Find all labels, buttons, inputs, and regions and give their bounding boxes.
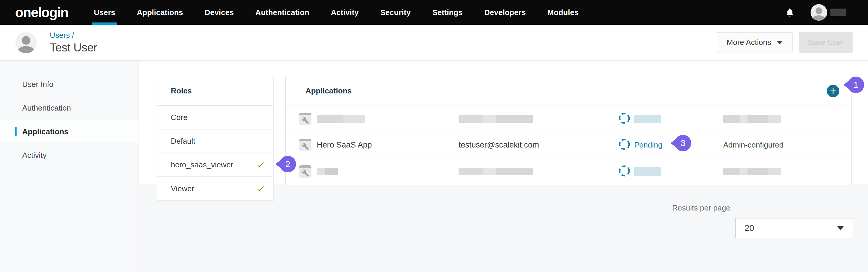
spinner-icon — [618, 112, 630, 125]
breadcrumb[interactable]: Users / — [50, 31, 97, 40]
save-user-button[interactable]: Save User — [799, 32, 852, 53]
role-row-hero-saas-viewer[interactable]: hero_saas_viewer — [157, 153, 273, 177]
nav-item-authentication[interactable]: Authentication — [255, 0, 309, 25]
user-tabs-sidebar: User Info Authentication Applications Ac… — [0, 61, 139, 272]
chevron-down-icon — [777, 41, 783, 44]
check-icon — [256, 160, 265, 169]
application-row-loading — [286, 158, 851, 185]
add-application-button[interactable]: + — [827, 85, 839, 97]
applications-panel: Applications + — [285, 76, 852, 185]
status-pending-link[interactable]: Pending — [634, 140, 662, 149]
provisioning-skeleton — [723, 168, 781, 175]
application-row-loading — [286, 106, 851, 132]
nav-item-settings[interactable]: Settings — [432, 0, 463, 25]
main-content: Roles Core Default hero_saas_viewer View… — [139, 61, 868, 272]
more-actions-button[interactable]: More Actions — [717, 32, 793, 53]
page-body: User Info Authentication Applications Ac… — [0, 61, 868, 272]
provisioning-skeleton — [723, 115, 781, 123]
results-per-page-select[interactable]: 20 — [735, 218, 853, 238]
nav-item-activity[interactable]: Activity — [331, 0, 359, 25]
notifications-bell-icon[interactable] — [785, 7, 795, 19]
nav-item-modules[interactable]: Modules — [547, 0, 579, 25]
login-skeleton — [459, 168, 533, 175]
more-actions-label: More Actions — [726, 38, 771, 47]
user-page-header: Users / Test User More Actions Save User — [0, 25, 868, 61]
roles-panel: Roles Core Default hero_saas_viewer View… — [157, 76, 274, 201]
sidebar-item-applications[interactable]: Applications — [0, 120, 138, 143]
account-name-placeholder[interactable] — [830, 8, 846, 16]
top-navigation-bar: onelogin Users Applications Devices Auth… — [0, 0, 868, 25]
wrench-app-icon — [299, 165, 311, 178]
applications-title: Applications — [306, 86, 352, 96]
app-name: Hero SaaS App — [317, 140, 372, 149]
wrench-app-icon — [299, 113, 311, 125]
role-name: Core — [171, 113, 187, 122]
active-tab-indicator — [15, 127, 17, 136]
sidebar-item-activity[interactable]: Activity — [0, 143, 138, 167]
app-name-skeleton — [317, 115, 365, 123]
roles-panel-header: Roles — [157, 76, 273, 106]
nav-item-security[interactable]: Security — [380, 0, 411, 25]
spinner-icon — [618, 138, 630, 151]
app-name-skeleton — [317, 168, 338, 175]
nav-item-applications[interactable]: Applications — [137, 0, 183, 25]
applications-panel-header: Applications + — [286, 76, 851, 106]
caret-down-icon — [837, 226, 844, 230]
header-text-block: Users / Test User — [50, 31, 97, 54]
user-avatar-icon — [16, 32, 37, 53]
status-skeleton — [634, 167, 661, 176]
roles-title: Roles — [171, 86, 192, 96]
spinner-icon — [618, 165, 630, 178]
results-per-page-value: 20 — [745, 223, 754, 233]
application-row-hero-saas-app[interactable]: Hero SaaS App testuser@scalekit.com Pend… — [286, 132, 851, 158]
app-login: testuser@scalekit.com — [459, 140, 539, 149]
sidebar-item-user-info[interactable]: User Info — [0, 72, 138, 96]
callout-badge-3: 3 — [675, 135, 691, 151]
role-row-viewer[interactable]: Viewer — [157, 177, 273, 200]
check-icon — [256, 184, 265, 193]
results-per-page-label: Results per page — [672, 203, 730, 212]
provisioning-state: Admin-configured — [723, 140, 784, 149]
role-name: Default — [171, 137, 195, 146]
sidebar-item-label: Applications — [22, 127, 68, 136]
user-avatar-icon — [811, 4, 827, 21]
login-skeleton — [459, 115, 533, 123]
nav-item-users[interactable]: Users — [94, 0, 115, 25]
user-profile-avatar — [16, 32, 37, 53]
onelogin-logo[interactable]: onelogin — [15, 4, 84, 21]
callout-badge-1: 1 — [847, 76, 864, 93]
account-avatar[interactable] — [811, 4, 827, 21]
callout-badge-2: 2 — [279, 156, 296, 172]
header-actions: More Actions Save User — [717, 32, 852, 53]
role-row-default[interactable]: Default — [157, 130, 273, 153]
primary-nav: Users Applications Devices Authenticatio… — [94, 0, 579, 25]
save-user-label: Save User — [808, 38, 843, 47]
page-title: Test User — [50, 41, 97, 54]
status-skeleton — [634, 115, 661, 123]
nav-item-developers[interactable]: Developers — [484, 0, 526, 25]
role-row-core[interactable]: Core — [157, 106, 273, 130]
plus-icon: + — [830, 86, 836, 96]
nav-item-devices[interactable]: Devices — [205, 0, 234, 25]
role-name: hero_saas_viewer — [171, 160, 233, 169]
sidebar-item-authentication[interactable]: Authentication — [0, 96, 138, 120]
role-name: Viewer — [171, 184, 194, 193]
wrench-app-icon — [299, 139, 311, 151]
